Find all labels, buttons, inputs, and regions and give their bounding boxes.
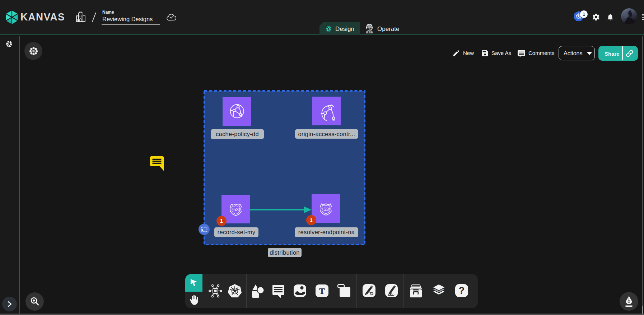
svg-text:53: 53 (323, 207, 329, 212)
svg-text:?: ? (459, 285, 465, 296)
svg-text:T: T (319, 286, 325, 296)
svg-text:53: 53 (233, 207, 239, 212)
